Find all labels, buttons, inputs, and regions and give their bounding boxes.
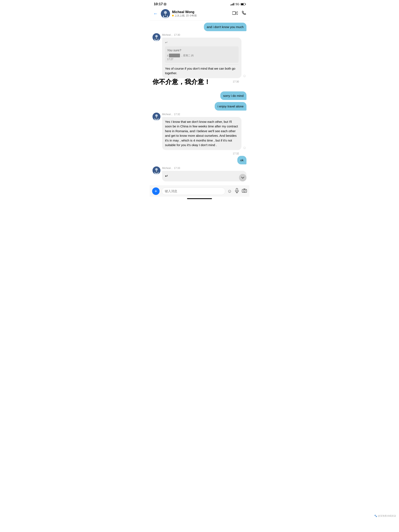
contact-info: Micheal Wong 上次上线: 15 小时前 (172, 10, 230, 18)
svg-rect-1 (165, 4, 165, 5)
msg-bubble-row-2: ↵ You sure? z ■■■■■ ，星期二 的 17:27 (162, 38, 247, 78)
msg-time-2: 17:30 (174, 33, 180, 36)
msg-meta-2: Micheal， 17:30 (162, 33, 247, 37)
camera-icon (242, 189, 247, 193)
svg-rect-8 (232, 12, 236, 14)
timestamp-1732: 17:32 (152, 152, 239, 155)
svg-rect-28 (236, 188, 238, 191)
bubble-sent-1: and i don't know you much (204, 23, 247, 31)
svg-rect-14 (156, 38, 157, 39)
quote-sub: z ■■■■■ ，星期二 的 17:27 (167, 54, 236, 61)
bubble-received-3: Yes I know that we don't know each other… (162, 117, 241, 150)
blurred-text: ■■■■■ (169, 54, 180, 57)
phone-icon (242, 11, 247, 15)
home-bar-line (187, 198, 212, 199)
emoji-react-3[interactable]: ☺ (243, 146, 247, 150)
sent-message-sorry: sorry i do mind (152, 91, 247, 100)
svg-rect-19 (155, 117, 158, 119)
msg-time-4: 17:33 (174, 167, 180, 170)
quote-italic-text: You sure? (167, 48, 236, 53)
msg-avatar-2 (152, 33, 160, 41)
header-actions (232, 11, 247, 17)
msg-bubble-row-4: ↵ (162, 171, 247, 181)
msg-content-3: Micheal， 17:32 Yes I know that we don't … (162, 113, 247, 150)
svg-rect-6 (165, 14, 165, 16)
status-icon (164, 3, 166, 6)
msg-avatar-4 (152, 166, 160, 174)
online-dot (172, 15, 174, 16)
overlay-chinese-text: 你不介意，我介意！ (152, 78, 210, 86)
scroll-down-button[interactable] (239, 174, 247, 181)
message-input[interactable] (162, 187, 225, 195)
sent-message-ok: ok (152, 156, 247, 164)
avatar-image (161, 9, 170, 18)
home-bar (150, 196, 249, 200)
svg-point-33 (246, 190, 246, 190)
chat-header: ← Micheal Wong 上次上线: 15 小时前 (150, 7, 249, 21)
msg-bubble-row-3: Yes I know that we don't know each other… (162, 117, 247, 150)
msg-avatar-3 (152, 113, 160, 120)
network-type: 5G (235, 2, 239, 6)
sent-message-enjoy: i enjoy travel alone (152, 102, 247, 111)
back-button[interactable]: ← (152, 11, 159, 16)
reply-arrow: ↵ (165, 40, 168, 45)
svg-rect-7 (166, 14, 166, 16)
status-time: 10:17 (154, 2, 166, 6)
voice-call-button[interactable] (242, 11, 247, 17)
camera-button[interactable] (242, 189, 247, 194)
svg-rect-26 (156, 171, 157, 172)
reply-arrow-4: ↵ (165, 174, 168, 178)
svg-rect-13 (155, 38, 158, 40)
msg-content-2: Micheal， 17:30 ↵ You sure? z ■■■■■ (162, 33, 247, 78)
sender-name-2: Micheal， (162, 33, 173, 36)
contact-name: Micheal Wong (172, 10, 230, 14)
quote-time: 17:27 (167, 58, 173, 61)
sender-name-3: Micheal， (162, 113, 173, 116)
main-msg-text-2: Yes of course if you don't mind that we … (165, 66, 239, 76)
received-message-3: Micheal， 17:32 Yes I know that we don't … (152, 113, 247, 150)
svg-rect-27 (157, 171, 157, 172)
svg-point-11 (155, 35, 158, 38)
quote-partial: z (167, 54, 169, 57)
svg-rect-5 (164, 14, 167, 17)
received-message-2: Micheal， 17:30 ↵ You sure? z ■■■■■ (152, 33, 247, 78)
status-right: 5G (230, 2, 245, 6)
msg-meta-4: Micheal， 17:33 (162, 166, 247, 170)
avatar-svg-2 (152, 33, 160, 41)
chat-area: and i don't know you much Micheal， 17:30 (150, 21, 249, 186)
svg-point-23 (155, 168, 158, 171)
status-text: 上次上线: 15 小时前 (175, 14, 197, 18)
video-icon (232, 11, 238, 15)
quote-block: You sure? z ■■■■■ ，星期二 的 17:27 (165, 46, 239, 63)
input-bar: + ☺ (150, 186, 249, 196)
svg-rect-21 (157, 117, 157, 119)
emoji-button[interactable]: ☺ (227, 189, 232, 194)
time-display: 10:17 (154, 2, 163, 6)
emoji-react-2[interactable]: ☺ (243, 74, 247, 78)
contact-avatar (161, 9, 170, 18)
battery-icon (241, 3, 245, 5)
avatar-svg-3 (152, 113, 160, 120)
svg-rect-20 (156, 117, 157, 119)
avatar-svg-4 (152, 166, 160, 174)
svg-point-32 (244, 190, 245, 192)
reply-indicator: ↵ (165, 40, 239, 45)
quote-day: ，星期二 的 (181, 54, 194, 57)
msg-meta-3: Micheal， 17:32 (162, 113, 247, 116)
svg-marker-9 (236, 12, 238, 14)
msg-time-3: 17:32 (174, 113, 180, 116)
bubble-received-2: ↵ You sure? z ■■■■■ ，星期二 的 17:27 (162, 38, 241, 78)
received-message-4: Micheal， 17:33 ↵ (152, 166, 247, 181)
bubble-sent-sorry: sorry i do mind (220, 91, 247, 100)
chevron-down-icon (241, 176, 244, 179)
mic-icon (235, 188, 239, 193)
voice-button[interactable] (235, 188, 239, 194)
bubble-sent-ok: ok (237, 156, 247, 164)
sender-name-4: Micheal， (162, 167, 173, 170)
add-button[interactable]: + (152, 187, 160, 195)
signal-icon (230, 3, 234, 5)
video-call-button[interactable] (232, 11, 238, 16)
svg-rect-25 (155, 171, 158, 173)
bubble-sent-enjoy: i enjoy travel alone (215, 102, 247, 111)
quote-divider (165, 64, 239, 65)
